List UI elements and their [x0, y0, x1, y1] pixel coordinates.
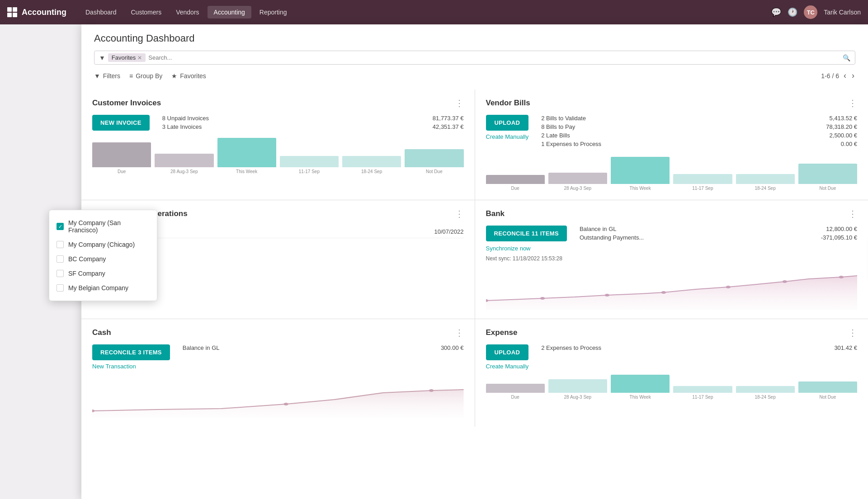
company-checkbox-3[interactable] — [57, 270, 64, 277]
new-invoice-button[interactable]: NEW INVOICE — [92, 115, 150, 131]
company-checkbox-0[interactable] — [57, 223, 64, 230]
groupby-button[interactable]: ≡ Group By — [129, 71, 162, 81]
exp-bar-3-label: This Week — [630, 395, 651, 400]
exp-bar-4-bar — [673, 386, 732, 393]
stat-value: 42,351.37 € — [433, 123, 464, 130]
create-manually-link[interactable]: Create Manually — [486, 133, 529, 140]
reconcile-items-button[interactable]: RECONCILE 11 ITEMS — [486, 226, 567, 241]
vbar-18-24: 18-24 Sep — [736, 174, 795, 191]
customer-invoices-actions: NEW INVOICE 8 Unpaid Invoices 81,773.37 … — [92, 115, 464, 131]
company-item-4[interactable]: My Belgian Company — [49, 281, 157, 295]
vendor-bills-actions: UPLOAD Create Manually 2 Bills to Valida… — [486, 115, 858, 147]
stat-row: 3 Late Invoices 42,351.37 € — [162, 123, 464, 130]
exp-bar-2-bar — [548, 379, 607, 393]
synchronize-now-link[interactable]: Synchronize now — [486, 245, 567, 252]
company-item-3[interactable]: SF Company — [49, 266, 157, 281]
stat-label: 1 Expenses to Process — [541, 141, 601, 147]
company-item-1[interactable]: My Company (Chicago) — [49, 237, 157, 252]
clock-icon[interactable]: 🕐 — [788, 7, 797, 17]
search-filter-bar[interactable]: ▼ Favorites ✕ 🔍 — [94, 51, 855, 65]
chat-icon[interactable]: 💬 — [771, 7, 781, 17]
tag-close-icon[interactable]: ✕ — [137, 55, 142, 61]
search-icon[interactable]: 🔍 — [843, 54, 850, 61]
star-icon: ★ — [171, 72, 177, 80]
svg-point-4 — [726, 286, 731, 288]
new-transaction-link[interactable]: New Transaction — [92, 363, 170, 370]
expense-stats: 2 Expenses to Process 301.42 € — [541, 344, 857, 351]
stat-row: Balance in GL 300.00 € — [183, 344, 464, 351]
exp-bar-6-label: Not Due — [820, 395, 836, 400]
nav-accounting[interactable]: Accounting — [208, 6, 251, 19]
bank-menu-icon[interactable]: ⋮ — [848, 209, 857, 218]
page-title: Accounting Dashboard — [94, 33, 855, 44]
reconcile-3-items-button[interactable]: RECONCILE 3 ITEMS — [92, 344, 170, 360]
filters-button[interactable]: ▼ Filters — [94, 71, 120, 81]
bank-title: Bank — [486, 209, 505, 218]
expense-upload-button[interactable]: UPLOAD — [486, 344, 529, 360]
stat-value: 0.00 € — [841, 141, 857, 147]
cash-buttons: RECONCILE 3 ITEMS New Transaction — [92, 344, 170, 370]
exp-bar-5-bar — [736, 386, 795, 393]
customer-invoices-card: Customer Invoices ⋮ NEW INVOICE 8 Unpaid… — [81, 89, 475, 200]
cash-card: Cash ⋮ RECONCILE 3 ITEMS New Transaction… — [81, 319, 475, 427]
pagination-prev[interactable]: ‹ — [843, 70, 847, 81]
company-checkbox-2[interactable] — [57, 255, 64, 263]
app-logo[interactable]: Accounting — [7, 7, 66, 17]
company-item-2[interactable]: BC Company — [49, 252, 157, 266]
search-input[interactable] — [148, 54, 840, 61]
expense-header: Expense ⋮ — [486, 328, 858, 337]
vbar-18-24-bar — [736, 174, 795, 184]
company-label-3: SF Company — [68, 270, 105, 277]
pagination-next[interactable]: › — [851, 70, 855, 81]
exp-bar-5: 18-24 Sep — [736, 386, 795, 400]
bar-this-week-bar — [217, 138, 276, 167]
customer-invoices-menu-icon[interactable]: ⋮ — [455, 99, 464, 108]
vendor-bills-menu-icon[interactable]: ⋮ — [848, 99, 857, 108]
vbar-this-week: This Week — [611, 157, 670, 191]
vbar-11-17-bar — [673, 174, 732, 184]
search-bar-wrapper: ▼ Favorites ✕ 🔍 — [94, 51, 855, 65]
svg-point-5 — [782, 280, 787, 283]
stat-value: 78,318.20 € — [826, 123, 857, 130]
cash-stats: Balance in GL 300.00 € — [183, 344, 464, 351]
upload-button[interactable]: UPLOAD — [486, 115, 529, 131]
expense-menu-icon[interactable]: ⋮ — [848, 328, 857, 337]
vbar-due-label: Due — [511, 186, 519, 191]
stat-label: 2 Expenses to Process — [541, 344, 601, 351]
nav-reporting[interactable]: Reporting — [253, 6, 293, 19]
expense-chart: Due 28 Aug-3 Sep This Week 11-17 Sep — [486, 377, 858, 400]
nav-customers[interactable]: Customers — [125, 6, 168, 19]
exp-bar-6: Not Due — [798, 381, 857, 400]
company-checkbox-1[interactable] — [57, 241, 64, 248]
nav-vendors[interactable]: Vendors — [170, 6, 205, 19]
stat-label: Balance in GL — [183, 344, 220, 351]
exp-bar-5-label: 18-24 Sep — [755, 395, 776, 400]
svg-point-3 — [661, 291, 666, 294]
cash-menu-icon[interactable]: ⋮ — [455, 328, 464, 337]
expense-buttons: UPLOAD Create Manually — [486, 344, 529, 370]
cash-line-chart — [92, 377, 464, 418]
topbar: Accounting Dashboard Customers Vendors A… — [0, 0, 868, 24]
vbar-due: Due — [486, 175, 545, 191]
bar-aug-sep-bar — [155, 154, 213, 167]
vbar-11-17: 11-17 Sep — [673, 174, 732, 191]
company-checkbox-4[interactable] — [57, 284, 64, 292]
company-dropdown[interactable]: My Company (San Francisco) My Company (C… — [49, 210, 157, 301]
company-item-0[interactable]: My Company (San Francisco) — [49, 216, 157, 237]
stat-value: 301.42 € — [834, 344, 857, 351]
company-label-2: BC Company — [68, 255, 106, 263]
misc-operations-menu-icon[interactable]: ⋮ — [455, 209, 464, 218]
stat-label: Outstanding Payments... — [580, 234, 644, 241]
exp-bar-1-label: Due — [511, 395, 519, 400]
nav-dashboard[interactable]: Dashboard — [79, 6, 123, 19]
bank-card: Bank ⋮ RECONCILE 11 ITEMS Synchronize no… — [475, 200, 868, 319]
favorites-button[interactable]: ★ Favorites — [171, 71, 206, 81]
expense-actions: UPLOAD Create Manually 2 Expenses to Pro… — [486, 344, 858, 370]
bar-18-24-bar — [342, 156, 401, 167]
stat-row: 1 Expenses to Process 0.00 € — [541, 141, 857, 147]
expense-create-manually-link[interactable]: Create Manually — [486, 363, 529, 370]
customer-invoices-header: Customer Invoices ⋮ — [92, 99, 464, 108]
bar-due: Due — [92, 142, 151, 174]
vbar-aug-sep-label: 28 Aug-3 Sep — [564, 186, 592, 191]
bank-header: Bank ⋮ — [486, 209, 858, 218]
